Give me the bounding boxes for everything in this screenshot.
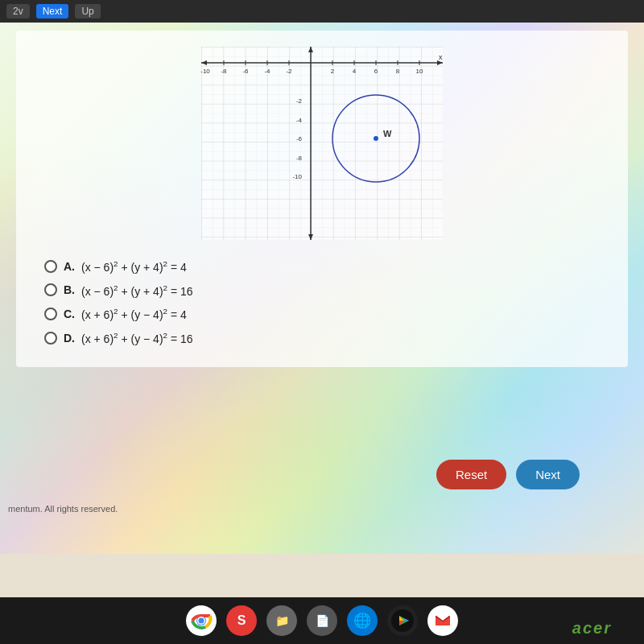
choice-b-text: (x − 6)2 + (y + 4)2 = 16 [81, 283, 193, 298]
svg-text:-10: -10 [292, 173, 302, 180]
svg-text:x: x [439, 53, 443, 61]
svg-point-40 [199, 618, 204, 624]
svg-text:-2: -2 [286, 68, 292, 75]
taskbar-gmail-icon[interactable] [427, 605, 458, 636]
taskbar-edge-icon[interactable]: 🌐 [347, 605, 378, 636]
top-bar: 2v Next Up [0, 0, 644, 23]
radio-c[interactable] [44, 308, 57, 320]
radio-a[interactable] [44, 260, 57, 273]
choice-b[interactable]: B. (x − 6)2 + (y + 4)2 = 16 [44, 283, 616, 298]
svg-text:10: 10 [416, 68, 423, 75]
svg-text:-10: -10 [200, 68, 210, 75]
radio-d[interactable] [44, 332, 57, 345]
choice-d[interactable]: D. (x + 6)2 + (y − 4)2 = 16 [44, 331, 616, 345]
topbar-btn-next[interactable]: Next [36, 4, 69, 19]
svg-text:2: 2 [331, 68, 335, 75]
next-button[interactable]: Next [516, 460, 580, 489]
svg-text:6: 6 [374, 68, 378, 75]
svg-text:-4: -4 [296, 117, 303, 124]
main-content: 2 4 6 8 10 -2 -4 -6 -8 -10 -2 -4 -6 -8 -… [0, 23, 644, 554]
topbar-btn-2v[interactable]: 2v [6, 4, 30, 19]
svg-text:-6: -6 [242, 68, 249, 75]
choices-list: A. (x − 6)2 + (y + 4)2 = 4 B. (x − 6)2 +… [28, 259, 616, 345]
choice-d-label: D. [64, 332, 75, 345]
graph-area: 2 4 6 8 10 -2 -4 -6 -8 -10 -2 -4 -6 -8 -… [193, 39, 451, 251]
taskbar-chrome-icon[interactable] [186, 605, 217, 636]
choice-a-label: A. [64, 260, 75, 273]
svg-text:-8: -8 [296, 155, 303, 162]
coordinate-graph: 2 4 6 8 10 -2 -4 -6 -8 -10 -2 -4 -6 -8 -… [193, 39, 451, 248]
choice-a-text: (x − 6)2 + (y + 4)2 = 4 [81, 259, 187, 274]
question-panel: 2 4 6 8 10 -2 -4 -6 -8 -10 -2 -4 -6 -8 -… [16, 31, 628, 367]
taskbar: S 📁 📄 🌐 acer [0, 597, 644, 644]
taskbar-files-icon[interactable]: 📁 [266, 605, 297, 636]
svg-text:-8: -8 [221, 68, 227, 75]
svg-text:-2: -2 [296, 97, 303, 105]
choice-d-text: (x + 6)2 + (y − 4)2 = 16 [81, 331, 193, 345]
choice-c-label: C. [64, 308, 75, 320]
buttons-area: Reset Next [436, 460, 580, 489]
svg-text:-4: -4 [264, 68, 270, 75]
svg-text:8: 8 [396, 68, 400, 75]
copyright-text: mentum. All rights reserved. [8, 504, 118, 514]
svg-rect-2 [201, 47, 443, 240]
choice-b-label: B. [64, 283, 75, 296]
svg-text:W: W [383, 129, 392, 138]
topbar-btn-up[interactable]: Up [75, 4, 100, 19]
choice-a[interactable]: A. (x − 6)2 + (y + 4)2 = 4 [44, 259, 616, 274]
svg-text:4: 4 [353, 68, 357, 75]
svg-text:-6: -6 [296, 135, 303, 142]
reset-button[interactable]: Reset [436, 460, 506, 489]
radio-b[interactable] [44, 283, 57, 296]
choice-c-text: (x + 6)2 + (y − 4)2 = 4 [81, 307, 187, 321]
taskbar-play-icon[interactable] [387, 605, 418, 636]
svg-point-26 [374, 136, 378, 141]
acer-brand: acer [572, 619, 612, 638]
taskbar-school-icon[interactable]: S [226, 605, 257, 636]
taskbar-doc-icon[interactable]: 📄 [307, 605, 337, 636]
choice-c[interactable]: C. (x + 6)2 + (y − 4)2 = 4 [44, 307, 616, 321]
